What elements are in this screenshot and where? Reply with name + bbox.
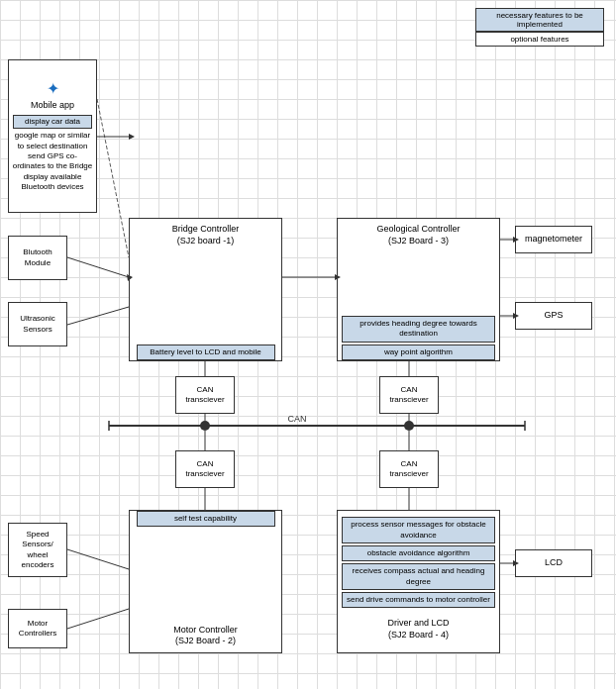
can-transceiver-br-label: CANtransciever [389, 459, 428, 480]
motor-controllers-label: MotorControllers [19, 619, 57, 640]
motor-controller-box: self test capability Motor Controller(SJ… [129, 510, 282, 653]
obstacle-avoidance-feature: obstacle avoidance algorithm [342, 545, 495, 561]
svg-line-26 [67, 609, 129, 629]
legend-necessary: necessary features to be implemented [475, 8, 604, 32]
speed-sensors-box: SpeedSensors/wheelencoders [8, 523, 67, 577]
bluetooth-module-box: BlutoothModule [8, 236, 67, 280]
bridge-controller-box: Bridge Controller(SJ2 board -1) Battery … [129, 218, 282, 361]
speed-sensors-label: SpeedSensors/wheelencoders [22, 530, 54, 571]
compass-feature: receives compass actual and heading degr… [342, 563, 495, 590]
motor-controllers-box: MotorControllers [8, 609, 67, 648]
svg-line-4 [67, 307, 129, 325]
svg-line-25 [67, 549, 129, 569]
bluetooth-icon: ✦ [47, 79, 59, 100]
waypoint-feature: way point algorithm [342, 344, 495, 360]
process-sensor-feature: process sensor messages for obstacle avo… [342, 517, 495, 543]
bluetooth-module-label: BlutoothModule [23, 247, 51, 268]
heading-feature: provides heading degree towards destinat… [342, 316, 495, 343]
can-transceiver-bottom-left: CANtransciever [175, 450, 235, 488]
lcd-label: LCD [545, 557, 563, 569]
battery-label: Battery level to LCD and mobile [137, 344, 275, 360]
driver-lcd-box: process sensor messages for obstacle avo… [337, 510, 500, 653]
gps-label: GPS [544, 310, 563, 322]
svg-point-16 [200, 421, 210, 431]
self-test-label: self test capability [137, 511, 275, 527]
diagram-canvas: necessary features to be implemented opt… [0, 0, 616, 689]
ultrasonic-sensors-label: UltrasonicSensors [20, 314, 55, 335]
ultrasonic-sensors-box: UltrasonicSensors [8, 302, 67, 346]
can-transceiver-top-left: CANtransciever [175, 376, 235, 414]
motor-controller-title: Motor Controller(SJ2 Board - 2) [173, 620, 238, 652]
can-transceiver-tr-label: CANtransciever [389, 385, 428, 406]
can-transceiver-top-right: CANtransciever [379, 376, 439, 414]
can-transceiver-bottom-right: CANtransciever [379, 450, 439, 488]
svg-line-2 [67, 257, 129, 277]
svg-point-17 [404, 421, 414, 431]
geological-controller-box: Geological Controller(SJ2 Board - 3) pro… [337, 218, 500, 361]
display-bluetooth-feature: display available Bluetooth devices [9, 172, 96, 193]
legend-optional: optional features [475, 32, 604, 47]
lcd-box: LCD [515, 549, 592, 577]
drive-commands-feature: send drive commands to motor controller [342, 592, 495, 608]
gps-box: GPS [515, 302, 592, 330]
google-map-feature: google map or similar to select destinat… [9, 131, 96, 151]
bridge-controller-title: Bridge Controller(SJ2 board -1) [172, 219, 240, 251]
display-car-data: display car data [13, 115, 92, 129]
mobile-app-box: ✦ Mobile app display car data google map… [8, 59, 97, 213]
can-transceiver-bl-label: CANtransciever [185, 459, 224, 480]
svg-line-29 [97, 99, 129, 257]
mobile-app-title: Mobile app [31, 100, 74, 112]
send-gps-feature: send GPS co-ordinates to the Bridge [9, 151, 96, 172]
svg-text:CAN: CAN [287, 414, 306, 424]
svg-marker-1 [129, 134, 135, 140]
driver-lcd-title: Driver and LCD(SJ2 Board - 4) [387, 613, 449, 645]
magnetometer-label: magnetometer [525, 234, 582, 246]
geological-controller-title: Geological Controller(SJ2 Board - 3) [376, 219, 460, 251]
can-transceiver-tl-label: CANtransciever [185, 385, 224, 406]
magnetometer-box: magnetometer [515, 226, 592, 253]
